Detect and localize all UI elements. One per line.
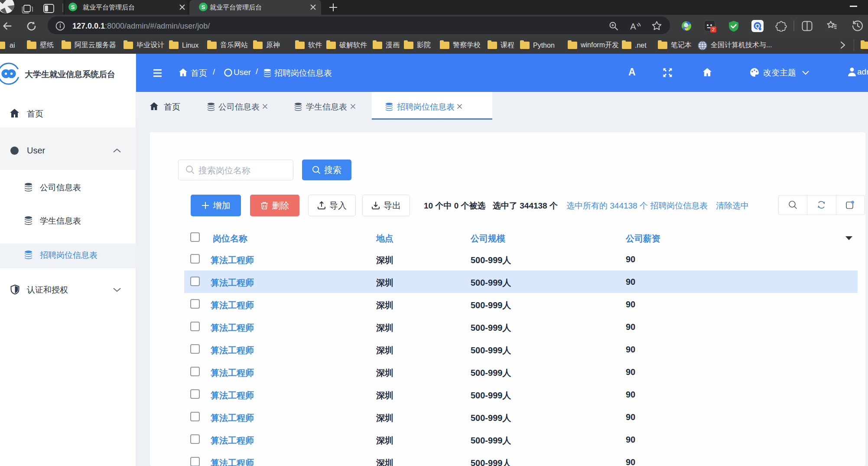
svg-text:A: A: [630, 22, 636, 31]
svg-text:2: 2: [712, 27, 715, 32]
svg-text:S: S: [202, 4, 205, 10]
svg-text:Q: Q: [755, 23, 760, 29]
svg-text:S: S: [71, 4, 75, 10]
